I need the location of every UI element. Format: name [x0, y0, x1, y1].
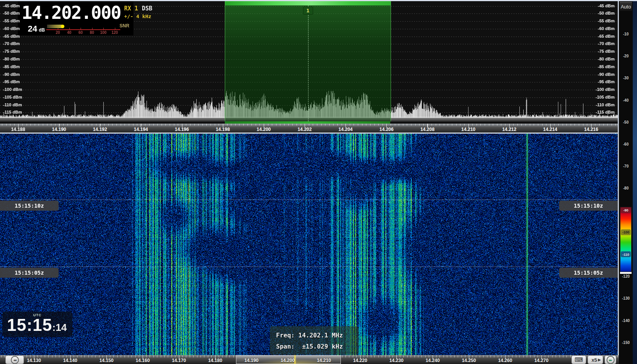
nav-frequency-label: 14.170: [172, 358, 186, 363]
clock-hhmm: 15:15: [7, 315, 52, 335]
dbm-label-left: -80 dBm: [3, 57, 20, 61]
dbm-label-right: -110 dBm: [596, 102, 615, 107]
dbm-label-left: -115 dBm: [3, 110, 22, 114]
waterfall-color-legend[interactable]: [620, 207, 632, 272]
amplitude-scale-label: -50: [619, 120, 633, 124]
selection-region[interactable]: 1: [225, 1, 391, 121]
snr-tick-label: 40: [67, 30, 71, 35]
axis-major-ticks: [18, 124, 618, 127]
keyboard-entry-button[interactable]: ⌨: [571, 356, 586, 364]
snr-tick-label: 80: [90, 30, 94, 35]
frequency-readout[interactable]: 14.202.000: [22, 2, 121, 23]
auto-range-button[interactable]: Auto: [620, 2, 632, 11]
dbm-label-left: -50 dBm: [3, 11, 20, 15]
snr-tick-mark: [81, 28, 81, 30]
timestamp-gridline: [0, 200, 618, 200]
timestamp-badge-right: 15:15:10z: [559, 201, 618, 211]
waterfall-canvas[interactable]: [0, 134, 618, 355]
fast-rewind-icon: ◀◀: [11, 356, 19, 364]
scroll-right-button[interactable]: ▶▶: [605, 356, 616, 364]
timestamp-badge-left: 15:15:05z: [0, 268, 59, 278]
spectrum-frequency-axis[interactable]: 14.18814.19014.19214.19414.19614.19814.2…: [0, 124, 618, 133]
snr-level-dot: [61, 25, 64, 28]
nav-frequency-label: 14.130: [27, 358, 41, 363]
nav-frequency-label: 14.220: [353, 358, 367, 363]
dbm-label-right: -95 dBm: [598, 79, 615, 84]
rx-marker-badge[interactable]: 1: [303, 7, 313, 15]
dbm-label-right: -105 dBm: [595, 95, 615, 99]
dbm-label-left: -105 dBm: [3, 95, 22, 99]
dbm-label-right: -50 dBm: [598, 11, 615, 15]
amplitude-scale-label: -150: [619, 341, 633, 345]
snr-caption: SNR: [120, 23, 129, 29]
fast-forward-icon: ▶▶: [607, 356, 615, 364]
axis-frequency-label: 14.208: [420, 127, 435, 132]
dbm-label-left: -55 dBm: [3, 18, 20, 23]
passband-label[interactable]: +/- 4 kHz: [124, 13, 151, 19]
selection-center-line: [308, 5, 308, 121]
axis-frequency-label: 14.212: [502, 127, 516, 132]
dbm-label-right: -115 dBm: [596, 110, 615, 114]
axis-frequency-label: 14.216: [584, 127, 598, 132]
window-right-edge: [633, 0, 637, 364]
snr-tick-label: 20: [56, 30, 60, 35]
nav-frequency-label: 14.150: [99, 358, 114, 363]
nav-frequency-label: 14.200: [281, 358, 295, 363]
nav-frequency-label: 14.160: [136, 358, 150, 363]
overlay-freq-line: Freq: 14.202.1 MHz: [276, 330, 359, 341]
nav-frequency-label: 14.230: [389, 358, 404, 363]
clock-seconds: :14: [52, 322, 67, 334]
sdr-application-window: 1 14.202.000 RX 1 DSB +/- 4 kHz 24dB 204…: [0, 0, 637, 364]
amplitude-scale-label: -140: [619, 319, 633, 323]
legend-drag-handle[interactable]: [620, 272, 632, 274]
axis-frequency-label: 14.198: [216, 127, 230, 132]
amplitude-scale-label: -130: [619, 296, 633, 300]
dbm-label-right: -80 dBm: [598, 57, 615, 61]
waterfall-panel: 15:15:10z15:15:10z15:15:05z15:15:05z UTC…: [0, 133, 618, 355]
snr-tick-label: 60: [78, 30, 83, 35]
axis-frequency-label: 14.204: [339, 127, 353, 132]
nav-frequency-label: 14.190: [244, 358, 259, 363]
dbm-label-left: -60 dBm: [3, 26, 20, 31]
spectrum-panel: 1 14.202.000 RX 1 DSB +/- 4 kHz 24dB 204…: [0, 0, 618, 133]
dbm-label-left: -45 dBm: [3, 3, 20, 8]
snr-tick-mark: [103, 28, 104, 30]
nav-frequency-label: 14.270: [534, 358, 549, 363]
nav-frequency-label: 14.140: [63, 358, 78, 363]
dbm-label-right: -90 dBm: [598, 72, 615, 77]
snr-meter: 20406080100120: [46, 23, 122, 35]
selection-top-bar: [225, 1, 391, 5]
snr-tick-mark: [58, 28, 58, 30]
amplitude-scale-label: -120: [619, 274, 633, 278]
snr-number: 24: [28, 24, 37, 34]
nav-frequency-label: 14.240: [426, 358, 440, 363]
dbm-label-left: -95 dBm: [3, 79, 20, 84]
freq-span-overlay: Freq: 14.202.1 MHz Span: ±15.029 kHz: [270, 326, 359, 355]
nav-frequency-label: 14.260: [498, 358, 512, 363]
dropdown-right-icon: ▶: [598, 358, 601, 362]
amplitude-scale-label: -20: [619, 54, 633, 58]
frequency-navigation-bar[interactable]: 14.13014.14014.15014.16014.17014.18014.1…: [0, 355, 619, 364]
mode-label[interactable]: DSB: [142, 5, 152, 12]
axis-frequency-label: 14.196: [175, 127, 189, 132]
scroll-left-button[interactable]: ◀◀: [5, 356, 24, 364]
amplitude-scale-label: -40: [619, 98, 633, 102]
window-top-border: [0, 0, 637, 1]
timestamp-badge-left: 15:15:10z: [0, 201, 59, 211]
axis-frequency-label: 14.192: [93, 127, 107, 132]
amplitude-scale-label: -80: [619, 186, 633, 190]
amplitude-scale-label: -30: [619, 76, 633, 80]
snr-tick-mark: [92, 28, 93, 30]
dbm-label-right: -70 dBm: [598, 41, 615, 46]
amplitude-scale-strip: Auto -10-20-30-40-50-60-70-80-120-130-14…: [619, 0, 633, 364]
axis-frequency-label: 14.194: [134, 127, 148, 132]
keyboard-icon: ⌨: [575, 356, 583, 363]
snr-tick-mark: [69, 28, 70, 30]
snr-unit: dB: [39, 27, 45, 33]
axis-frequency-label: 14.210: [461, 127, 475, 132]
amplitude-scale-label: -70: [619, 164, 633, 168]
dbm-label-left: -65 dBm: [3, 34, 20, 39]
overlay-span-line: Span: ±15.029 kHz: [276, 341, 359, 352]
step-multiplier-button[interactable]: x5 ▶: [588, 356, 603, 364]
dbm-label-left: -75 dBm: [3, 49, 20, 54]
